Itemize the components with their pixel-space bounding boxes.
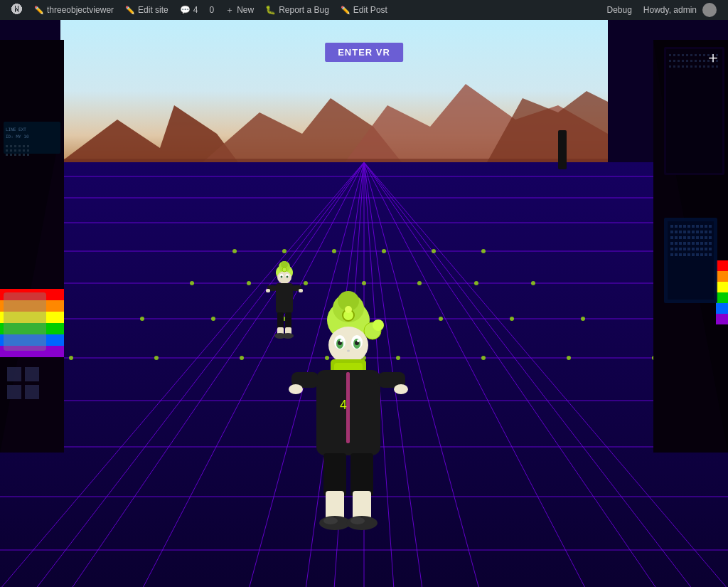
howdy-item[interactable]: Howdy, admin xyxy=(638,0,722,20)
svg-rect-171 xyxy=(700,236,703,239)
svg-point-207 xyxy=(277,271,291,284)
svg-rect-177 xyxy=(683,242,686,245)
svg-rect-140 xyxy=(716,303,728,314)
svg-rect-75 xyxy=(6,154,8,156)
svg-rect-138 xyxy=(716,282,728,292)
svg-point-50 xyxy=(439,317,443,321)
svg-rect-152 xyxy=(705,225,707,228)
edit-site-label: Edit site xyxy=(138,5,168,15)
svg-rect-163 xyxy=(709,231,712,233)
svg-rect-153 xyxy=(709,225,712,228)
svg-rect-159 xyxy=(692,231,695,233)
svg-rect-161 xyxy=(700,231,703,233)
svg-rect-141 xyxy=(716,314,728,324)
svg-rect-173 xyxy=(709,236,712,239)
svg-rect-139 xyxy=(716,292,728,303)
svg-rect-80 xyxy=(27,145,29,147)
wordpress-icon: 🅦 xyxy=(11,4,23,16)
howdy-label: Howdy, admin xyxy=(643,5,697,15)
svg-rect-70 xyxy=(18,145,21,147)
svg-rect-130 xyxy=(695,65,697,68)
edit-post-item[interactable]: ✏️ Edit Post xyxy=(335,0,393,20)
site-name-item[interactable]: ✏️ threeobjectviewer xyxy=(28,0,119,20)
comments-icon: 💬 xyxy=(180,5,191,15)
vr-plus-button[interactable]: ＋ xyxy=(705,47,721,68)
svg-rect-157 xyxy=(683,231,686,233)
svg-rect-84 xyxy=(27,154,29,156)
vr-scene[interactable]: LINE EXT ID: MY 10 xyxy=(0,20,728,587)
svg-rect-194 xyxy=(670,253,673,256)
svg-point-230 xyxy=(373,319,384,331)
svg-point-249 xyxy=(394,384,408,394)
svg-rect-147 xyxy=(683,225,686,228)
svg-rect-151 xyxy=(700,225,703,228)
svg-rect-154 xyxy=(670,231,673,233)
svg-rect-73 xyxy=(14,149,16,152)
svg-rect-176 xyxy=(679,242,682,245)
wordpress-logo-item[interactable]: 🅦 xyxy=(6,0,28,20)
svg-rect-181 xyxy=(700,242,703,245)
svg-point-212 xyxy=(282,268,287,272)
svg-rect-158 xyxy=(687,231,690,233)
report-bug-item[interactable]: 🐛 Report a Bug xyxy=(259,0,335,20)
svg-rect-190 xyxy=(696,248,699,250)
report-bug-label: Report a Bug xyxy=(279,5,329,15)
svg-rect-202 xyxy=(705,253,707,256)
svg-rect-125 xyxy=(673,65,675,68)
svg-rect-165 xyxy=(675,236,678,239)
svg-rect-78 xyxy=(18,154,21,156)
svg-point-238 xyxy=(340,339,343,342)
edit-site-item[interactable]: ✏️ Edit site xyxy=(119,0,174,20)
svg-rect-169 xyxy=(692,236,695,239)
comments-item[interactable]: 💬 4 xyxy=(174,0,204,20)
svg-point-39 xyxy=(190,281,194,285)
left-panel-svg: LINE EXT ID: MY 10 xyxy=(0,40,64,453)
svg-point-52 xyxy=(581,317,585,321)
svg-point-35 xyxy=(332,249,336,253)
svg-rect-103 xyxy=(682,54,684,56)
svg-rect-182 xyxy=(705,242,707,245)
edit-post-icon: ✏️ xyxy=(341,6,350,15)
svg-point-210 xyxy=(281,276,283,278)
enter-vr-button[interactable]: ENTER VR xyxy=(325,43,403,62)
svg-rect-186 xyxy=(679,248,682,250)
svg-rect-245 xyxy=(346,372,350,443)
svg-rect-72 xyxy=(10,149,12,152)
svg-rect-166 xyxy=(679,236,682,239)
debug-item[interactable]: Debug xyxy=(601,0,637,20)
svg-rect-76 xyxy=(10,154,12,156)
new-count-label: 0 xyxy=(209,5,214,15)
svg-point-46 xyxy=(140,317,144,321)
svg-rect-112 xyxy=(669,60,671,62)
svg-rect-146 xyxy=(679,225,682,228)
svg-rect-104 xyxy=(686,54,688,56)
svg-rect-201 xyxy=(700,253,703,256)
svg-point-211 xyxy=(287,276,289,278)
svg-rect-149 xyxy=(692,225,695,228)
svg-rect-175 xyxy=(675,242,678,245)
svg-rect-188 xyxy=(687,248,690,250)
svg-rect-198 xyxy=(687,253,690,256)
svg-rect-184 xyxy=(670,248,673,250)
avatar xyxy=(702,3,717,17)
new-count-item[interactable]: 0 xyxy=(203,0,220,20)
comments-count: 4 xyxy=(193,5,198,15)
svg-point-40 xyxy=(247,281,251,285)
svg-rect-114 xyxy=(678,60,680,62)
new-item[interactable]: ＋ New xyxy=(220,0,259,20)
svg-point-248 xyxy=(289,384,303,394)
svg-rect-82 xyxy=(27,149,29,152)
svg-text:4: 4 xyxy=(340,398,347,412)
svg-rect-168 xyxy=(687,236,690,239)
svg-rect-77 xyxy=(14,154,16,156)
svg-rect-185 xyxy=(675,248,678,250)
svg-rect-105 xyxy=(690,54,692,56)
svg-point-256 xyxy=(323,517,338,524)
svg-rect-250 xyxy=(323,453,346,496)
svg-rect-174 xyxy=(670,242,673,245)
svg-rect-102 xyxy=(678,54,680,56)
svg-point-43 xyxy=(417,281,422,285)
svg-point-51 xyxy=(510,317,514,321)
svg-rect-92 xyxy=(7,367,21,381)
svg-rect-113 xyxy=(673,60,675,62)
